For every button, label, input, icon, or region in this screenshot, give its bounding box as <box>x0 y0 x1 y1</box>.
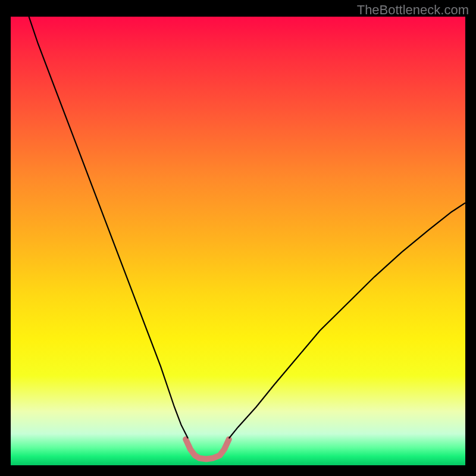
right-curve-path <box>229 203 465 439</box>
chart-container: TheBottleneck.com <box>0 0 476 476</box>
watermark-text: TheBottleneck.com <box>357 2 469 18</box>
plot-area <box>11 17 465 465</box>
left-curve-path <box>29 17 188 439</box>
bottom-highlight-path <box>186 439 229 459</box>
chart-svg <box>11 17 465 465</box>
